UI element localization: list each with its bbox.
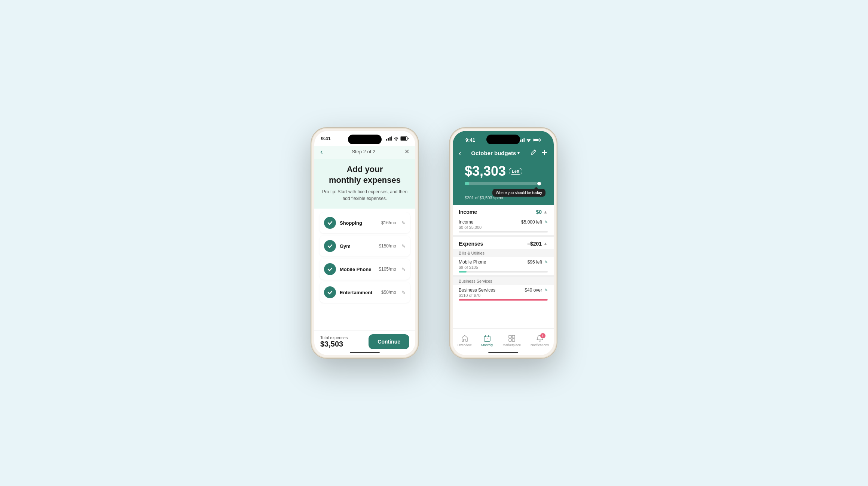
svg-rect-9 (524, 138, 525, 142)
expense-name-gym: Gym (340, 243, 375, 249)
calendar-icon (483, 335, 491, 342)
edit-icon-gym[interactable]: ✎ (401, 243, 406, 249)
battery-icon (400, 136, 409, 141)
total-label: Total expenses (320, 335, 348, 340)
expense-item-gym[interactable]: Gym $150/mo ✎ (320, 236, 410, 256)
income-row-amount: $5,000 left (521, 219, 542, 225)
close-button-left[interactable]: ✕ (404, 148, 409, 155)
nav-label-overview: Overview (458, 343, 472, 347)
business-right-group: $40 over ✎ (525, 287, 548, 293)
budget-title: October budgets (471, 150, 516, 156)
edit-icon-shopping[interactable]: ✎ (401, 220, 406, 226)
check-icon-gym (324, 240, 336, 252)
nav-icon-notifications: 3 (536, 334, 544, 342)
progress-bar-container: Where you should be today (465, 182, 542, 185)
nav-label-marketplace: Marketplace (502, 343, 521, 347)
business-services-name: Business Services (459, 287, 495, 293)
income-row: Income $5,000 left ✎ $0 of $5,000 (453, 217, 554, 235)
title-area: Add yourmonthly expenses Pro tip: Start … (314, 159, 415, 209)
right-nav: ‹ October budgets ▾ (459, 147, 548, 161)
status-time-right: 9:41 (465, 137, 475, 143)
svg-rect-19 (512, 335, 515, 338)
svg-rect-0 (386, 139, 387, 141)
wifi-icon (394, 136, 399, 141)
svg-rect-5 (401, 137, 406, 140)
sub-section-bills: Bills & Utilities (453, 249, 554, 257)
mobile-edit-icon[interactable]: ✎ (544, 260, 548, 265)
expense-item-shopping[interactable]: Shopping $16/mo ✎ (320, 212, 410, 233)
business-bar-fill (459, 299, 548, 301)
edit-budget-icon[interactable] (530, 149, 537, 157)
income-row-bar (459, 231, 548, 233)
total-area: Total expenses $3,503 (320, 335, 348, 348)
expense-name-entertainment: Entertainment (340, 290, 378, 295)
svg-rect-20 (509, 339, 511, 341)
budget-amount: $3,303 (465, 163, 506, 179)
phone-right-screen: 9:41 ‹ October budgets ▾ (453, 131, 554, 355)
dynamic-island-left (348, 135, 382, 144)
income-row-name: Income (459, 219, 473, 225)
page-title-left: Add yourmonthly expenses (322, 164, 408, 185)
mobile-phone-bar (459, 271, 548, 273)
edit-icon-entertainment[interactable]: ✎ (401, 290, 406, 295)
mobile-phone-sub: $9 of $105 (459, 265, 548, 270)
battery-icon-right (533, 138, 541, 142)
chevron-down-icon: ▾ (517, 151, 520, 156)
svg-rect-21 (512, 339, 515, 341)
expense-item-mobile[interactable]: Mobile Phone $105/mo ✎ (320, 259, 410, 280)
step-indicator: Step 2 of 2 (352, 149, 375, 154)
svg-rect-8 (522, 139, 523, 142)
income-row-header: Income $5,000 left ✎ (459, 219, 548, 225)
phone-left: 9:41 ‹ Step 2 of 2 ✕ Add yourmonthly exp… (311, 127, 419, 359)
income-section-amount: $0 (536, 209, 542, 215)
nav-item-monthly[interactable]: Monthly (481, 334, 493, 347)
expenses-section-title: Expenses (459, 241, 483, 247)
business-edit-icon[interactable]: ✎ (544, 288, 548, 293)
expenses-chevron-icon: ▲ (543, 241, 548, 246)
continue-button[interactable]: Continue (369, 334, 409, 349)
wifi-icon-right (526, 138, 531, 142)
edit-icon-mobile[interactable]: ✎ (401, 267, 406, 272)
business-services-amount: $40 over (525, 287, 542, 293)
check-icon-entertainment (324, 286, 336, 298)
phone-left-screen: 9:41 ‹ Step 2 of 2 ✕ Add yourmonthly exp… (314, 131, 415, 355)
expense-name-mobile: Mobile Phone (340, 267, 375, 272)
expenses-section-amount: –$201 (527, 241, 542, 247)
total-amount: $3,503 (320, 340, 348, 348)
back-button-left[interactable]: ‹ (320, 147, 323, 156)
status-icons-right (519, 138, 541, 142)
notifications-badge: 3 (540, 333, 545, 338)
income-section-header[interactable]: Income $0 ▲ (453, 205, 554, 217)
home-bar-right (488, 352, 518, 353)
nav-item-notifications[interactable]: 3 Notifications (531, 334, 549, 347)
expenses-section: Expenses –$201 ▲ Bills & Utilities Mobil… (453, 237, 554, 303)
mobile-phone-amount: $96 left (528, 259, 542, 265)
home-icon (461, 335, 468, 342)
nav-item-marketplace[interactable]: Marketplace (502, 334, 521, 347)
svg-rect-11 (534, 139, 539, 141)
phone-right: 9:41 ‹ October budgets ▾ (449, 127, 557, 359)
nav-item-overview[interactable]: Overview (458, 334, 472, 347)
edit-icon-right (530, 149, 537, 156)
income-right-group: $5,000 left ✎ (521, 219, 548, 225)
budget-amount-row: $3,303 Left (465, 163, 542, 179)
left-badge: Left (509, 168, 522, 175)
tooltip-bubble: Where you should be today (492, 189, 545, 197)
income-section: Income $0 ▲ Income $5,000 left ✎ (453, 205, 554, 235)
expense-item-entertainment[interactable]: Entertainment $50/mo ✎ (320, 282, 410, 303)
signal-icon (386, 136, 392, 141)
business-services-row-header: Business Services $40 over ✎ (459, 287, 548, 293)
svg-rect-3 (391, 136, 392, 141)
svg-point-17 (487, 338, 488, 339)
add-budget-icon[interactable] (541, 149, 548, 157)
left-footer: Total expenses $3,503 Continue (314, 330, 415, 355)
nav-label-notifications: Notifications (531, 343, 549, 347)
income-edit-icon[interactable]: ✎ (544, 220, 548, 225)
svg-rect-1 (388, 138, 389, 141)
back-button-right[interactable]: ‹ (459, 149, 461, 157)
expenses-section-header[interactable]: Expenses –$201 ▲ (453, 237, 554, 249)
scene: 9:41 ‹ Step 2 of 2 ✕ Add yourmonthly exp… (311, 127, 557, 359)
progress-bar-fill (465, 182, 469, 185)
page-subtitle-left: Pro tip: Start with fixed expenses, and … (322, 188, 408, 202)
mobile-phone-row: Mobile Phone $96 left ✎ $9 of $105 (453, 257, 554, 275)
